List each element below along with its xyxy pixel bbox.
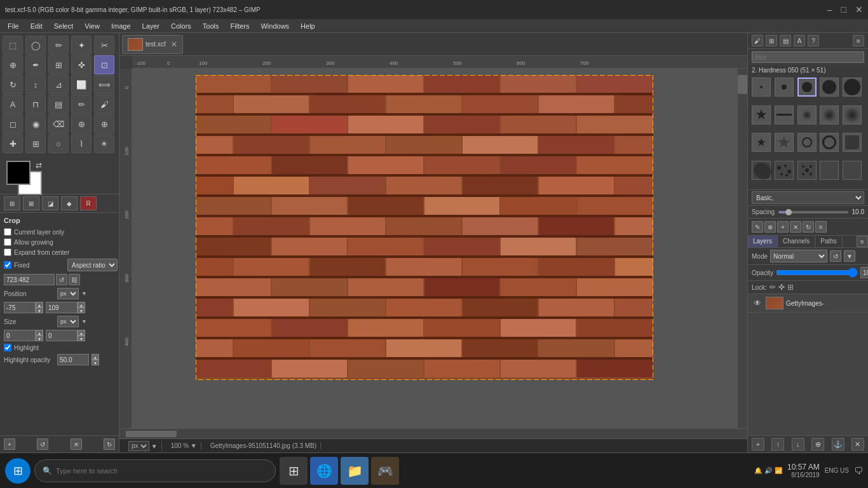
fixed-checkbox[interactable] xyxy=(4,261,11,269)
canvas-scroll[interactable] xyxy=(132,69,737,428)
brush-duplicate-icon[interactable]: ⊕ xyxy=(764,221,776,233)
brush-cell[interactable] xyxy=(752,78,771,97)
layer-mode-reset-icon[interactable]: ↺ xyxy=(830,250,841,262)
start-button[interactable]: ⊞ xyxy=(5,458,31,484)
brushes-panel-icon[interactable]: 🖌 xyxy=(752,35,763,46)
tray-icon-3[interactable]: 📶 xyxy=(775,467,782,474)
rotate-tool[interactable]: ↻ xyxy=(3,75,23,94)
airbrush-tool[interactable]: ◉ xyxy=(25,114,46,133)
brush-cell[interactable] xyxy=(775,133,794,152)
size-input[interactable] xyxy=(4,274,55,285)
brush-cell[interactable] xyxy=(820,161,839,180)
lock-position-icon[interactable]: ✜ xyxy=(778,283,785,292)
size-x-input[interactable] xyxy=(4,330,36,341)
align-tool[interactable]: ⊞ xyxy=(48,55,69,74)
brush-delete-icon[interactable]: ✕ xyxy=(790,221,801,233)
brush-cell[interactable] xyxy=(820,105,839,125)
allow-growing-checkbox[interactable] xyxy=(4,238,11,246)
paths-tool[interactable]: ✒ xyxy=(25,55,46,74)
brush-cell[interactable] xyxy=(820,78,839,97)
tool-presets-delete-icon[interactable]: ✕ xyxy=(71,438,82,450)
tool-presets-new-icon[interactable]: + xyxy=(4,438,15,450)
flip-tool[interactable]: ⟺ xyxy=(94,75,114,94)
image-tab-close-icon[interactable]: ✕ xyxy=(171,40,177,49)
bucket-fill-tool[interactable]: ⊓ xyxy=(25,95,46,114)
unit-select[interactable]: px xyxy=(128,441,149,451)
expand-from-center-checkbox[interactable] xyxy=(4,248,11,256)
layer-lower-icon[interactable]: ↓ xyxy=(792,438,804,451)
brush-cell[interactable]: ★ xyxy=(752,133,771,152)
spacing-slider-track[interactable] xyxy=(778,211,848,214)
layer-delete-icon[interactable]: ✕ xyxy=(851,438,864,451)
blur-tool[interactable]: ○ xyxy=(48,134,69,153)
pos-y-up[interactable]: ▲ xyxy=(78,302,85,308)
menu-tools[interactable]: Tools xyxy=(198,21,224,31)
patterns-icon[interactable]: ⊞ xyxy=(766,35,777,46)
brush-cell[interactable] xyxy=(797,161,817,180)
size-y-up[interactable]: ▲ xyxy=(78,330,85,336)
brush-menu-icon[interactable]: ≡ xyxy=(815,221,827,233)
image-tab[interactable]: test.xcf ✕ xyxy=(122,35,183,54)
size-chain-icon[interactable]: ⛓ xyxy=(69,274,80,285)
text-tool[interactable]: A xyxy=(3,95,23,114)
layer-new-icon[interactable]: + xyxy=(752,438,764,451)
tray-icon-1[interactable]: 🔔 xyxy=(754,467,762,474)
notification-center-icon[interactable]: 🗨 xyxy=(854,466,863,476)
menu-filters[interactable]: Filters xyxy=(226,21,255,31)
menu-windows[interactable]: Windows xyxy=(255,21,294,31)
size-x-down[interactable]: ▼ xyxy=(36,336,43,341)
taskbar-app-edge[interactable]: 🌐 xyxy=(310,457,338,485)
paintbrush-tool[interactable]: 🖌 xyxy=(94,95,114,114)
free-select-tool[interactable]: ✏ xyxy=(48,36,69,55)
taskbar-app-gimp[interactable]: 🎮 xyxy=(371,457,399,485)
menu-select[interactable]: Select xyxy=(49,21,79,31)
help-icon[interactable]: ? xyxy=(808,35,819,46)
brush-cell[interactable] xyxy=(797,133,817,152)
taskbar-time[interactable]: 10:57 AM 8/16/2019 xyxy=(787,463,820,478)
move-tool[interactable]: ✜ xyxy=(71,55,92,74)
mode-btn-3[interactable]: ◪ xyxy=(42,196,58,210)
menu-help[interactable]: Help xyxy=(295,21,320,31)
layer-raise-icon[interactable]: ↑ xyxy=(771,438,784,451)
maximize-button[interactable]: □ xyxy=(841,4,846,15)
menu-image[interactable]: Image xyxy=(106,21,136,31)
layer-anchor-icon[interactable]: ⚓ xyxy=(832,438,844,451)
brush-cell[interactable] xyxy=(797,105,817,125)
heal-tool[interactable]: ✚ xyxy=(3,134,23,153)
brush-set-select[interactable]: Basic, Sketch Artistic xyxy=(752,191,864,204)
position-unit-select[interactable]: px xyxy=(57,288,79,299)
perspective-clone-tool[interactable]: ⊞ xyxy=(25,134,46,153)
perspective-tool[interactable]: ⬜ xyxy=(71,75,92,94)
ink-tool[interactable]: ⌫ xyxy=(48,114,69,133)
minimize-button[interactable]: – xyxy=(827,4,832,15)
channels-tab[interactable]: Channels xyxy=(778,236,815,247)
search-bar[interactable]: 🔍 xyxy=(34,459,276,482)
scale-tool[interactable]: ↕ xyxy=(25,75,46,94)
layers-tab[interactable]: Layers xyxy=(748,236,778,247)
brush-cell[interactable] xyxy=(775,105,794,125)
menu-layer[interactable]: Layer xyxy=(137,21,165,31)
rect-select-tool[interactable]: ⬚ xyxy=(3,36,23,55)
layer-duplicate-icon[interactable]: ⊕ xyxy=(811,438,824,451)
pos-y-down[interactable]: ▼ xyxy=(78,308,85,313)
brush-refresh-icon[interactable]: ↻ xyxy=(803,221,814,233)
scissors-tool[interactable]: ✂ xyxy=(94,36,114,55)
fonts-icon[interactable]: A xyxy=(794,35,805,46)
brush-cell[interactable] xyxy=(820,133,839,152)
brush-filter-input[interactable] xyxy=(752,51,864,63)
mypaint-tool[interactable]: ⊛ xyxy=(71,114,92,133)
dodge-burn-tool[interactable]: ☀ xyxy=(94,134,114,153)
pos-x-input[interactable] xyxy=(4,302,36,313)
size-x-up[interactable]: ▲ xyxy=(36,330,43,336)
spacing-slider-thumb[interactable] xyxy=(785,209,792,215)
crop-tool[interactable]: ⊡ xyxy=(94,55,114,74)
color-picker-tool[interactable]: ⊕ xyxy=(3,55,23,74)
brush-cell[interactable] xyxy=(775,161,794,180)
opacity-slider[interactable] xyxy=(776,268,858,277)
vertical-scrollbar[interactable] xyxy=(737,69,747,428)
tool-presets-restore-icon[interactable]: ↻ xyxy=(104,438,115,450)
swap-colors-icon[interactable]: ⇄ xyxy=(36,161,42,170)
menu-file[interactable]: File xyxy=(3,21,24,31)
layer-item[interactable]: 👁 GettyImages- xyxy=(748,294,868,313)
layer-mode-select[interactable]: Normal Multiply Screen Overlay xyxy=(770,250,827,262)
